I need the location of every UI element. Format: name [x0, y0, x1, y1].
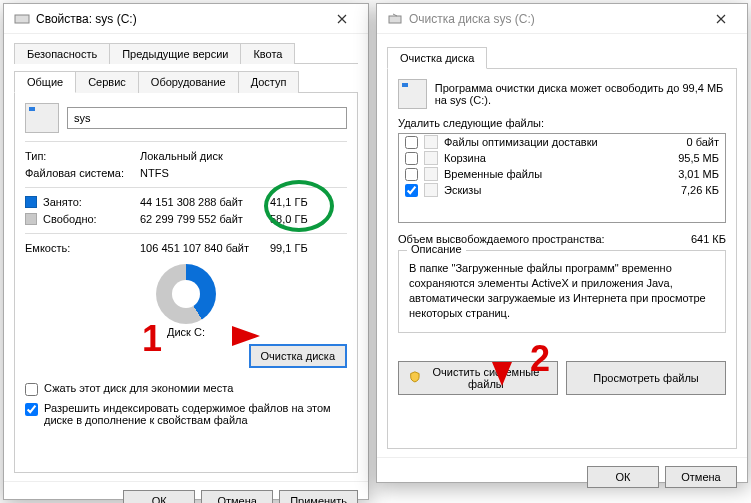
volume-name-input[interactable]	[67, 107, 347, 129]
apply-button[interactable]: Применить	[279, 490, 358, 503]
svg-rect-0	[15, 15, 29, 23]
fs-value: NTFS	[140, 167, 169, 179]
delete-label: Удалить следующие файлы:	[398, 117, 726, 129]
dialog-body: Безопасность Предыдущие версии Квота Общ…	[4, 34, 368, 481]
tab-row-2: Общие Сервис Оборудование Доступ	[14, 70, 358, 93]
used-swatch	[25, 196, 37, 208]
list-item[interactable]: Файлы оптимизации доставки0 байт	[399, 134, 725, 150]
tab-cleanup[interactable]: Очистка диска	[387, 47, 487, 69]
desc-legend: Описание	[407, 243, 466, 255]
tab-quota[interactable]: Квота	[240, 43, 295, 64]
annotation-number-2: 2	[530, 338, 550, 380]
cap-gb: 99,1 ГБ	[270, 242, 325, 254]
list-item[interactable]: Корзина95,5 МБ	[399, 150, 725, 166]
fs-label: Файловая система:	[25, 167, 140, 179]
used-bytes: 44 151 308 288 байт	[140, 196, 270, 208]
window-title: Свойства: sys (C:)	[36, 12, 320, 26]
disk-caption: Диск C:	[25, 326, 347, 338]
used-label: Занято:	[43, 196, 140, 208]
used-gb: 41,1 ГБ	[270, 196, 325, 208]
tab-general[interactable]: Общие	[14, 71, 76, 93]
type-value: Локальный диск	[140, 150, 223, 162]
tab-security[interactable]: Безопасность	[14, 43, 110, 64]
cleanup-pane: Программа очистки диска может освободить…	[387, 69, 737, 449]
dialog-body: Очистка диска Программа очистки диска мо…	[377, 34, 747, 457]
description-group: Описание В папке "Загруженные файлы прог…	[398, 250, 726, 333]
cap-bytes: 106 451 107 840 байт	[140, 242, 270, 254]
annotation-number-1: 1	[142, 318, 162, 360]
shield-icon	[409, 371, 421, 385]
close-button[interactable]	[320, 5, 364, 33]
list-item[interactable]: Эскизы7,26 КБ	[399, 182, 725, 198]
tab-hardware[interactable]: Оборудование	[138, 71, 239, 93]
type-label: Тип:	[25, 150, 140, 162]
tab-sharing[interactable]: Доступ	[238, 71, 300, 93]
tab-row-1: Безопасность Предыдущие версии Квота	[14, 42, 358, 64]
file-list[interactable]: Файлы оптимизации доставки0 байт Корзина…	[398, 133, 726, 223]
free-bytes: 62 299 799 552 байт	[140, 213, 270, 225]
cleanup-dialog: Очистка диска sys (C:) Очистка диска Про…	[376, 3, 748, 483]
tab-previous[interactable]: Предыдущие версии	[109, 43, 241, 64]
drive-icon	[14, 11, 30, 27]
disk-cleanup-button[interactable]: Очистка диска	[249, 344, 347, 368]
ok-button[interactable]: ОК	[123, 490, 195, 503]
drive-large-icon	[25, 103, 59, 133]
file-icon	[424, 151, 438, 165]
close-button[interactable]	[699, 5, 743, 33]
free-swatch	[25, 213, 37, 225]
cleanup-icon	[387, 11, 403, 27]
list-item[interactable]: Временные файлы3,01 МБ	[399, 166, 725, 182]
general-pane: Тип:Локальный диск Файловая система:NTFS…	[14, 93, 358, 473]
properties-dialog: Свойства: sys (C:) Безопасность Предыдущ…	[3, 3, 369, 500]
free-label: Свободно:	[43, 213, 140, 225]
desc-text: В папке "Загруженные файлы программ" вре…	[409, 261, 715, 320]
titlebar[interactable]: Очистка диска sys (C:)	[377, 4, 747, 34]
dialog-footer: ОК Отмена	[377, 457, 747, 496]
usage-donut	[156, 264, 216, 324]
file-icon	[424, 183, 438, 197]
svg-rect-1	[389, 16, 401, 23]
view-files-button[interactable]: Просмотреть файлы	[566, 361, 726, 395]
file-icon	[424, 135, 438, 149]
ok-button[interactable]: ОК	[587, 466, 659, 488]
cleanup-large-icon	[398, 79, 427, 109]
intro-text: Программа очистки диска может освободить…	[435, 82, 726, 106]
window-title: Очистка диска sys (C:)	[409, 12, 699, 26]
cap-label: Емкость:	[25, 242, 140, 254]
tab-row: Очистка диска	[387, 46, 737, 69]
dialog-footer: ОК Отмена Применить	[4, 481, 368, 503]
cancel-button[interactable]: Отмена	[201, 490, 273, 503]
file-icon	[424, 167, 438, 181]
titlebar[interactable]: Свойства: sys (C:)	[4, 4, 368, 34]
index-checkbox[interactable]: Разрешить индексировать содержимое файло…	[25, 402, 347, 426]
freed-value: 641 КБ	[691, 233, 726, 245]
cancel-button[interactable]: Отмена	[665, 466, 737, 488]
compress-checkbox[interactable]: Сжать этот диск для экономии места	[25, 382, 347, 396]
tab-service[interactable]: Сервис	[75, 71, 139, 93]
free-gb: 58,0 ГБ	[270, 213, 325, 225]
